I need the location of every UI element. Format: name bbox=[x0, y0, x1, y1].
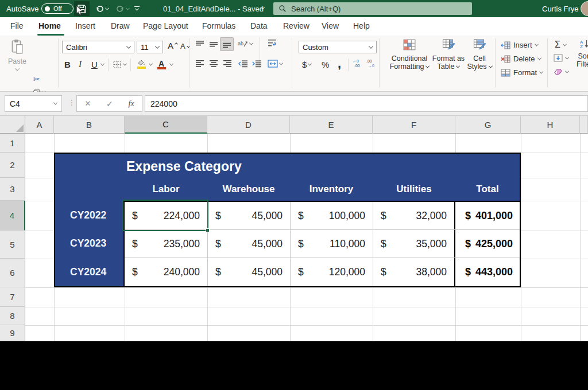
fill-color-button[interactable] bbox=[137, 59, 146, 66]
formula-input[interactable]: 224000 bbox=[145, 95, 588, 112]
table-header-utilities[interactable]: Utilities bbox=[373, 178, 455, 201]
align-left-button[interactable] bbox=[195, 60, 204, 68]
row-label-cy2022[interactable]: CY2022 bbox=[55, 201, 125, 229]
tab-file[interactable]: File bbox=[10, 21, 24, 30]
fill-button[interactable] bbox=[554, 54, 568, 62]
formula-bar-grip[interactable]: ⋮ bbox=[68, 99, 75, 107]
font-color-chevron-icon[interactable] bbox=[169, 62, 173, 66]
tab-help[interactable]: Help bbox=[353, 21, 370, 30]
align-right-button[interactable] bbox=[223, 60, 232, 68]
clear-button[interactable] bbox=[554, 68, 568, 76]
align-top-button[interactable] bbox=[195, 40, 204, 48]
avatar[interactable] bbox=[581, 1, 588, 16]
table-header-inventory[interactable]: Inventory bbox=[290, 178, 373, 201]
redo-button[interactable] bbox=[114, 1, 131, 16]
format-as-table-button[interactable]: Format as Table bbox=[431, 39, 466, 71]
column-header-g[interactable]: G bbox=[455, 116, 521, 134]
cancel-button[interactable]: ✕ bbox=[84, 99, 91, 108]
fill-handle[interactable] bbox=[206, 228, 210, 232]
decrease-indent-button[interactable] bbox=[238, 60, 248, 68]
borders-button[interactable] bbox=[113, 60, 126, 69]
italic-button[interactable]: I bbox=[79, 60, 82, 69]
merge-center-button[interactable] bbox=[268, 60, 283, 68]
percent-format-button[interactable]: % bbox=[322, 60, 329, 69]
paste-button[interactable]: Paste bbox=[5, 39, 30, 71]
font-name-select[interactable]: Calibri bbox=[62, 41, 134, 53]
cell-g5-total[interactable]: $425,000 bbox=[455, 230, 520, 258]
tab-page-layout[interactable]: Page Layout bbox=[143, 21, 188, 30]
wrap-text-button[interactable] bbox=[268, 39, 277, 47]
search-input[interactable]: Search (Alt+Q) bbox=[273, 2, 472, 15]
table-header-total[interactable]: Total bbox=[455, 178, 520, 201]
column-header-c[interactable]: C bbox=[125, 116, 207, 134]
tab-insert[interactable]: Insert bbox=[75, 21, 95, 30]
row-header-6[interactable]: 6 bbox=[0, 259, 25, 287]
enter-button[interactable]: ✓ bbox=[106, 99, 113, 108]
underline-chevron-icon[interactable] bbox=[100, 62, 105, 66]
cell-c6[interactable]: $240,000 bbox=[125, 258, 207, 286]
cell-e4[interactable]: $100,000 bbox=[291, 202, 373, 229]
cell-f6[interactable]: $38,000 bbox=[373, 258, 454, 286]
row-header-7[interactable]: 7 bbox=[0, 287, 25, 307]
tab-review[interactable]: Review bbox=[283, 21, 310, 30]
tab-data[interactable]: Data bbox=[250, 21, 268, 30]
shrink-font-button[interactable]: A bbox=[180, 42, 189, 50]
row-header-5[interactable]: 5 bbox=[0, 231, 25, 259]
column-header-a[interactable]: A bbox=[25, 116, 54, 134]
row-header-8[interactable]: 8 bbox=[0, 307, 25, 325]
cell-d6[interactable]: $45,000 bbox=[208, 258, 290, 286]
cell-g4-total[interactable]: $401,000 bbox=[455, 202, 520, 229]
orientation-button[interactable] bbox=[238, 40, 253, 48]
user-name[interactable]: Curtis Frye bbox=[542, 5, 579, 13]
document-title[interactable]: 01_04_EditAndDele... - Saved bbox=[163, 5, 264, 13]
cell-styles-button[interactable]: Cell Styles bbox=[466, 39, 493, 71]
cell-g6-total[interactable]: $443,000 bbox=[455, 258, 520, 286]
table-title[interactable]: Expense Category bbox=[126, 155, 242, 178]
column-header-f[interactable]: F bbox=[373, 116, 455, 134]
row-header-4[interactable]: 4 bbox=[0, 201, 25, 231]
column-header-b[interactable]: B bbox=[54, 116, 125, 134]
decrease-decimal-button[interactable] bbox=[366, 58, 378, 68]
cell-f4[interactable]: $32,000 bbox=[373, 202, 454, 229]
table-header-labor[interactable]: Labor bbox=[125, 178, 207, 201]
font-size-select[interactable]: 11 bbox=[137, 41, 163, 53]
selected-cell-outline[interactable] bbox=[122, 200, 208, 231]
conditional-formatting-button[interactable]: Conditional Formatting bbox=[389, 39, 430, 71]
currency-format-button[interactable]: $ bbox=[302, 60, 311, 69]
undo-button[interactable] bbox=[93, 1, 110, 16]
sort-filter-button[interactable]: Sort Filter bbox=[572, 39, 588, 68]
align-center-button[interactable] bbox=[209, 60, 218, 68]
row-label-cy2024[interactable]: CY2024 bbox=[55, 258, 125, 286]
format-cells-button[interactable]: Format bbox=[501, 68, 543, 77]
cell-d4[interactable]: $45,000 bbox=[208, 202, 290, 229]
fill-color-chevron-icon[interactable] bbox=[149, 62, 153, 66]
cell-e6[interactable]: $120,000 bbox=[291, 258, 373, 286]
tab-view[interactable]: View bbox=[322, 21, 339, 30]
align-bottom-button[interactable] bbox=[222, 40, 231, 48]
tab-home[interactable]: Home bbox=[38, 21, 61, 30]
increase-decimal-button[interactable] bbox=[353, 58, 364, 68]
cell-f5[interactable]: $35,000 bbox=[373, 230, 454, 258]
tab-draw[interactable]: Draw bbox=[111, 21, 130, 30]
column-header-h[interactable]: H bbox=[521, 116, 580, 134]
autosum-button[interactable]: Σ bbox=[555, 40, 566, 50]
underline-button[interactable]: U bbox=[91, 60, 98, 69]
cell-c5[interactable]: $235,000 bbox=[125, 230, 207, 258]
column-header-partial[interactable] bbox=[580, 116, 588, 134]
number-format-select[interactable]: Custom bbox=[299, 41, 377, 53]
row-header-2[interactable]: 2 bbox=[0, 153, 25, 178]
align-middle-button[interactable] bbox=[209, 40, 218, 48]
column-header-d[interactable]: D bbox=[207, 116, 290, 134]
increase-indent-button[interactable] bbox=[252, 60, 262, 68]
tab-formulas[interactable]: Formulas bbox=[202, 21, 235, 30]
insert-function-button[interactable]: fx bbox=[129, 99, 134, 108]
grow-font-button[interactable]: A bbox=[168, 41, 177, 50]
table-header-warehouse[interactable]: Warehouse bbox=[207, 178, 290, 201]
row-header-1[interactable]: 1 bbox=[0, 134, 25, 153]
cut-button[interactable]: ✂ bbox=[33, 75, 40, 84]
select-all-corner[interactable] bbox=[0, 116, 25, 134]
column-header-e[interactable]: E bbox=[290, 116, 373, 134]
autosave-toggle[interactable]: Off bbox=[41, 3, 74, 14]
comma-format-button[interactable]: , bbox=[338, 56, 341, 71]
cell-d5[interactable]: $45,000 bbox=[208, 230, 290, 258]
